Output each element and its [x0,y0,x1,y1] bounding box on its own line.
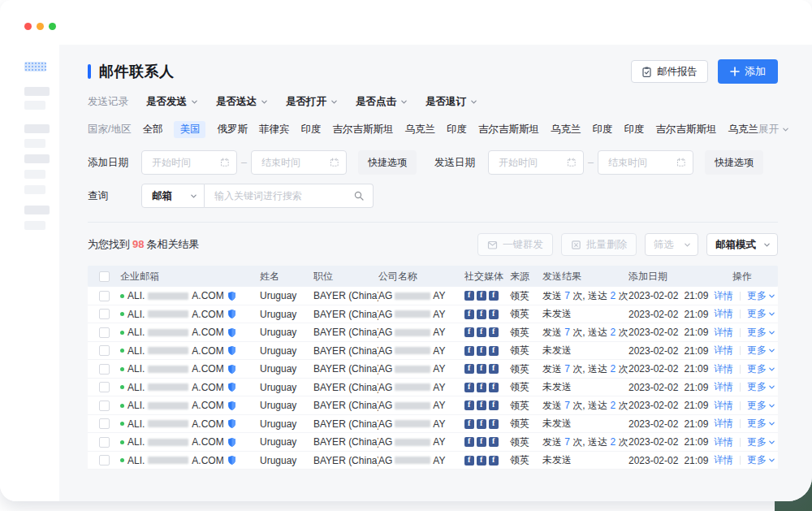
row-checkbox[interactable] [99,327,110,338]
facebook-icon[interactable] [464,327,474,337]
more-link[interactable]: 更多 [747,344,775,357]
detail-link[interactable]: 详情 [714,380,733,394]
facebook-icon[interactable] [489,364,499,374]
mail-report-button[interactable]: 邮件报告 [631,60,708,83]
add-date-end-input[interactable] [251,150,347,175]
more-link[interactable]: 更多 [747,326,775,340]
row-checkbox[interactable] [99,437,110,448]
row-checkbox[interactable] [99,364,110,375]
country-option[interactable]: 吉尔吉斯斯坦 [332,123,393,136]
country-option[interactable]: 菲律宾 [259,123,290,136]
country-option[interactable]: 印度 [592,123,612,136]
facebook-icon[interactable] [464,364,474,374]
query-field-select[interactable]: 邮箱 [141,184,205,208]
sidebar-skeleton-item[interactable] [24,139,45,148]
add-date-end-field[interactable] [260,156,326,169]
status-filter-dropdown[interactable]: 是否点击 [356,95,408,109]
more-link[interactable]: 更多 [747,289,775,303]
facebook-icon[interactable] [464,437,474,447]
facebook-icon[interactable] [477,291,486,301]
row-checkbox[interactable] [99,345,110,356]
view-mode-select[interactable]: 邮箱模式 [706,233,778,256]
send-date-end-field[interactable] [607,156,673,169]
more-link[interactable]: 更多 [747,362,775,376]
facebook-icon[interactable] [464,419,474,429]
sidebar-skeleton-item[interactable] [24,154,50,163]
send-date-end-input[interactable] [598,150,693,175]
country-option[interactable]: 乌克兰 [551,123,581,136]
search-icon[interactable] [353,190,365,201]
keyword-search-input[interactable] [213,189,353,202]
facebook-icon[interactable] [464,310,474,319]
filter-select[interactable]: 筛选 [645,233,698,256]
maximize-window-button[interactable] [49,23,56,30]
sidebar-skeleton-item[interactable] [24,221,45,230]
facebook-icon[interactable] [477,437,486,447]
add-date-start-input[interactable] [141,150,237,175]
sidebar-skeleton-item[interactable] [24,124,50,133]
send-date-quick-options-button[interactable]: 快捷选项 [705,150,763,175]
detail-link[interactable]: 详情 [714,399,733,413]
minimize-window-button[interactable] [37,23,44,30]
facebook-icon[interactable] [489,346,499,356]
country-option[interactable]: 印度 [624,123,644,136]
more-link[interactable]: 更多 [747,453,775,467]
facebook-icon[interactable] [489,310,499,319]
sidebar-item-active[interactable] [24,62,46,71]
more-link[interactable]: 更多 [747,307,775,321]
send-date-start-field[interactable] [497,156,564,169]
country-option[interactable]: 乌克兰 [728,123,758,136]
sidebar-skeleton-item[interactable] [24,170,45,179]
country-option[interactable]: 俄罗斯 [217,123,248,136]
detail-link[interactable]: 详情 [714,435,733,449]
row-checkbox[interactable] [99,309,110,319]
country-option[interactable]: 印度 [300,123,321,136]
detail-link[interactable]: 详情 [714,326,733,340]
more-link[interactable]: 更多 [747,435,775,449]
facebook-icon[interactable] [464,383,474,392]
detail-link[interactable]: 详情 [714,453,733,467]
row-checkbox[interactable] [99,291,110,301]
row-checkbox[interactable] [99,401,110,411]
detail-link[interactable]: 详情 [714,307,733,321]
facebook-icon[interactable] [464,401,474,410]
row-checkbox[interactable] [99,455,110,466]
facebook-icon[interactable] [464,291,474,301]
status-filter-dropdown[interactable]: 是否送达 [216,95,268,109]
sidebar-skeleton-item[interactable] [24,87,50,96]
detail-link[interactable]: 详情 [714,362,733,376]
country-option[interactable]: 印度 [447,123,467,136]
more-link[interactable]: 更多 [747,380,775,394]
add-date-quick-options-button[interactable]: 快捷选项 [358,150,417,175]
facebook-icon[interactable] [464,456,474,466]
facebook-icon[interactable] [489,291,499,301]
expand-toggle[interactable]: 展开 [758,123,789,136]
close-window-button[interactable] [24,23,32,30]
detail-link[interactable]: 详情 [714,417,733,431]
add-date-start-field[interactable] [150,156,217,169]
row-checkbox[interactable] [99,382,110,392]
facebook-icon[interactable] [477,456,486,466]
row-checkbox[interactable] [99,418,110,429]
country-option-selected[interactable]: 美国 [174,121,205,138]
facebook-icon[interactable] [477,327,486,337]
more-link[interactable]: 更多 [747,417,775,431]
status-filter-dropdown[interactable]: 是否退订 [425,95,477,109]
facebook-icon[interactable] [477,346,486,356]
facebook-icon[interactable] [489,327,499,337]
country-option[interactable]: 全部 [142,123,162,136]
facebook-icon[interactable] [489,419,499,429]
facebook-icon[interactable] [477,401,486,410]
more-link[interactable]: 更多 [747,399,775,413]
country-option[interactable]: 乌克兰 [404,123,435,136]
facebook-icon[interactable] [489,383,499,392]
facebook-icon[interactable] [489,456,499,466]
send-date-start-input[interactable] [488,150,584,175]
facebook-icon[interactable] [477,364,486,374]
country-option[interactable]: 吉尔吉斯斯坦 [655,123,716,136]
facebook-icon[interactable] [489,437,499,447]
keyword-search-box[interactable] [205,184,374,208]
sidebar-skeleton-item[interactable] [24,101,45,110]
sidebar-skeleton-item[interactable] [24,185,45,194]
add-button[interactable]: 添加 [718,59,778,84]
